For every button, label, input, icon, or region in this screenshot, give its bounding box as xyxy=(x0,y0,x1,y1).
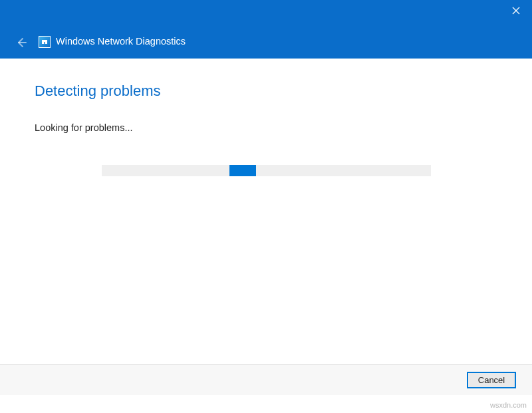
progress-bar xyxy=(102,165,431,176)
close-button[interactable] xyxy=(500,0,532,21)
app-title: Windows Network Diagnostics xyxy=(56,36,186,47)
watermark: wsxdn.com xyxy=(490,401,527,409)
back-arrow-icon xyxy=(16,37,27,48)
content-area: Detecting problems Looking for problems.… xyxy=(0,59,532,176)
close-icon xyxy=(512,7,520,15)
titlebar: Windows Network Diagnostics xyxy=(0,0,532,59)
footer: Cancel xyxy=(0,364,532,395)
cancel-button[interactable]: Cancel xyxy=(467,372,516,388)
page-heading: Detecting problems xyxy=(35,82,497,100)
status-text: Looking for problems... xyxy=(35,122,497,133)
progress-fill xyxy=(229,165,256,176)
back-button[interactable] xyxy=(13,35,29,51)
app-icon xyxy=(39,36,51,48)
